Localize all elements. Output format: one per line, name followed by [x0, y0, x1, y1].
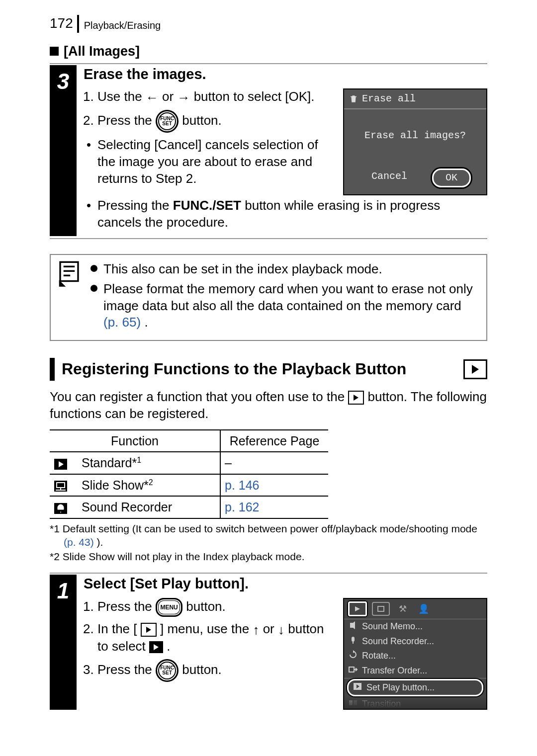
section-path: Playback/Erasing [79, 19, 161, 33]
step-3-block: 3 Erase the images. Use the or button to… [50, 65, 487, 236]
footnote-2: *2 Slide Show will not play in the Index… [50, 550, 487, 563]
arrow-up-icon [253, 622, 259, 639]
step-number: 3 [50, 65, 77, 236]
step-number: 1 [50, 575, 77, 710]
step3-bullet-2: Pressing the FUNC./SET button while eras… [97, 197, 487, 231]
sub-heading-all-images: [All Images] [50, 43, 487, 60]
note-icon [58, 261, 82, 334]
sub-heading-text: [All Images] [64, 43, 140, 60]
divider [50, 573, 487, 574]
lcd-tabs: ⚒ 👤 [344, 599, 486, 619]
row2-icon [50, 474, 78, 497]
tab-tools-icon[interactable]: ⚒ [395, 603, 411, 615]
menu-item-transfer-order[interactable]: Transfer Order... [344, 664, 486, 678]
heading-registering-functions: Registering Functions to the Playback Bu… [50, 358, 487, 381]
func-set-button-icon: FUNCSET [156, 110, 179, 133]
note-item-1: This also can be set in the index playba… [90, 261, 479, 278]
step3-bullet-1: Selecting [Cancel] cancels selection of … [97, 137, 333, 187]
menu-item-sound-memo[interactable]: Sound Memo... [344, 619, 486, 634]
menu-button-icon: MENU [156, 598, 182, 617]
divider [50, 63, 487, 64]
table-row: Sound Recorder p. 162 [50, 496, 328, 518]
row1-icon [50, 452, 78, 474]
square-bullet-icon [50, 47, 59, 56]
heading-accent [50, 358, 55, 381]
playback-menu-icon [141, 623, 157, 637]
func-set-button-icon: FUNCSET [156, 659, 179, 682]
arrow-left-icon [146, 89, 159, 106]
trash-icon [349, 94, 358, 103]
lcd-message: Erase all images? [344, 129, 486, 142]
table-row: Slide Show*2 p. 146 [50, 474, 328, 497]
step3-item-2: Press the FUNCSET button. [97, 110, 333, 133]
svg-rect-11 [378, 606, 384, 611]
arrow-right-icon [177, 89, 190, 106]
row2-name: Slide Show*2 [78, 474, 220, 497]
row3-name: Sound Recorder [78, 496, 220, 518]
row1-ref: – [220, 452, 328, 474]
tab-mycamera-icon[interactable]: 👤 [416, 603, 432, 615]
step1-ordered-list: Press the MENU button. In the [ ] menu, … [84, 598, 333, 682]
divider [50, 238, 487, 239]
menu-item-set-play-button[interactable]: Set Play button... [347, 679, 483, 696]
heading-text: Registering Functions to the Playback Bu… [62, 359, 463, 380]
tab-print-icon[interactable] [372, 602, 390, 616]
functions-table: Function Reference Page Standard*1 – Sli… [50, 429, 328, 519]
note-box: This also can be set in the index playba… [50, 254, 487, 341]
step3-item-1: Use the or button to select [OK]. [97, 88, 333, 106]
table-row: Standard*1 – [50, 452, 328, 474]
link-p146[interactable]: p. 146 [220, 474, 328, 497]
lcd-playback-menu: ⚒ 👤 Sound Memo... Sound Recorder... Rota… [343, 598, 487, 710]
step1-item-1: Press the MENU button. [97, 598, 333, 617]
link-p162[interactable]: p. 162 [220, 496, 328, 518]
arrow-down-icon [278, 622, 284, 639]
step1-item-2: In the [ ] menu, use the or button to se… [97, 621, 333, 655]
page-header: 172 Playback/Erasing [50, 15, 487, 33]
lcd-title: Erase all [362, 92, 416, 105]
menu-item-rotate[interactable]: Rotate... [344, 649, 486, 663]
svg-marker-10 [355, 606, 360, 611]
page-number: 172 [50, 15, 79, 33]
playback-button-icon [348, 391, 364, 405]
th-reference: Reference Page [220, 430, 328, 452]
step-1-block: 1 Select [Set Play button]. Press the ME… [50, 575, 487, 710]
step-title: Select [Set Play button]. [84, 575, 487, 593]
manual-page: 172 Playback/Erasing [All Images] 3 Eras… [0, 0, 537, 756]
th-function: Function [50, 430, 220, 452]
step3-bullets: Selecting [Cancel] cancels selection of … [84, 137, 333, 187]
lcd-fade [344, 696, 486, 709]
playback-mode-icon [463, 359, 487, 379]
play-filled-icon [149, 641, 163, 653]
link-p43[interactable]: (p. 43) [64, 536, 94, 548]
lcd-ok-button[interactable]: OK [432, 168, 471, 187]
row3-icon [50, 496, 78, 518]
intro-paragraph: You can register a function that you oft… [50, 389, 487, 422]
step3-ordered-list: Use the or button to select [OK]. Press … [84, 88, 333, 133]
note-item-2: Please format the memory card when you w… [90, 281, 479, 331]
lcd-erase-all: Erase all Erase all images? Cancel OK [343, 88, 487, 195]
svg-rect-15 [349, 667, 354, 672]
step1-item-3: Press the FUNCSET button. [97, 659, 333, 682]
menu-item-sound-recorder[interactable]: Sound Recorder... [344, 634, 486, 649]
step3-bullets-cont: Pressing the FUNC./SET button while eras… [84, 197, 487, 231]
step-title: Erase the images. [84, 65, 487, 84]
table-header-row: Function Reference Page [50, 430, 328, 452]
footnote-1: *1 Default setting (It can be used to sw… [50, 522, 487, 549]
svg-rect-12 [352, 637, 355, 642]
tab-playback-icon[interactable] [348, 601, 367, 616]
lcd-cancel-button[interactable]: Cancel [359, 168, 419, 187]
note-list: This also can be set in the index playba… [90, 261, 479, 334]
row1-name: Standard*1 [78, 452, 220, 474]
link-p65[interactable]: (p. 65) [103, 315, 141, 330]
footnotes: *1 Default setting (It can be used to sw… [50, 522, 487, 564]
